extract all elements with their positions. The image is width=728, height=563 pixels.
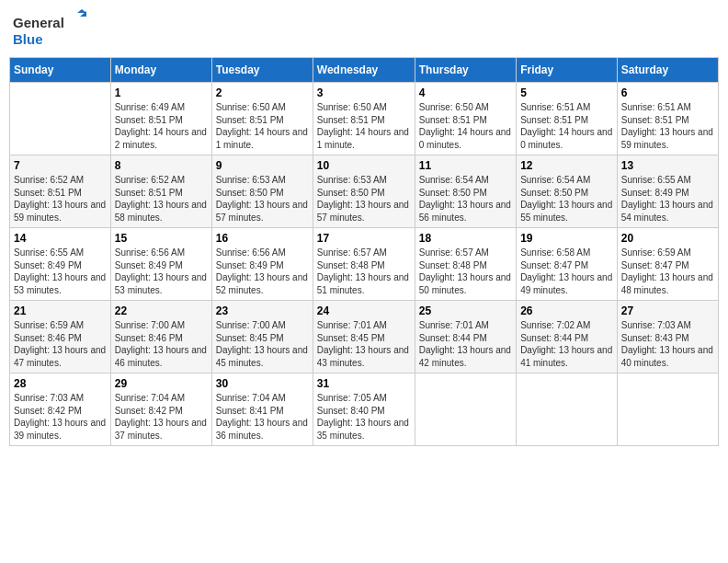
calendar-cell: 3Sunrise: 6:50 AMSunset: 8:51 PMDaylight… <box>313 83 415 155</box>
column-header-wednesday: Wednesday <box>313 58 415 83</box>
day-number: 8 <box>115 159 208 172</box>
svg-text:Blue: Blue <box>13 31 43 47</box>
day-number: 2 <box>216 86 309 99</box>
day-number: 6 <box>621 86 714 99</box>
cell-info: Sunrise: 6:55 AMSunset: 8:49 PMDaylight:… <box>14 247 107 296</box>
calendar-cell: 11Sunrise: 6:54 AMSunset: 8:50 PMDayligh… <box>415 155 516 228</box>
cell-info: Sunrise: 6:59 AMSunset: 8:47 PMDaylight:… <box>621 247 714 296</box>
cell-info: Sunrise: 6:55 AMSunset: 8:49 PMDaylight:… <box>621 174 714 224</box>
day-number: 30 <box>216 377 309 390</box>
column-header-saturday: Saturday <box>617 58 718 83</box>
day-number: 4 <box>419 86 512 99</box>
day-number: 12 <box>520 159 613 172</box>
calendar-cell: 20Sunrise: 6:59 AMSunset: 8:47 PMDayligh… <box>617 228 718 301</box>
cell-info: Sunrise: 6:54 AMSunset: 8:50 PMDaylight:… <box>520 174 613 224</box>
calendar-cell: 4Sunrise: 6:50 AMSunset: 8:51 PMDaylight… <box>415 83 516 155</box>
calendar-cell: 30Sunrise: 7:04 AMSunset: 8:41 PMDayligh… <box>211 373 313 446</box>
cell-info: Sunrise: 6:50 AMSunset: 8:51 PMDaylight:… <box>419 101 512 151</box>
cell-info: Sunrise: 7:04 AMSunset: 8:41 PMDaylight:… <box>216 392 309 442</box>
day-number: 15 <box>115 232 208 245</box>
column-header-tuesday: Tuesday <box>211 58 313 83</box>
cell-info: Sunrise: 6:57 AMSunset: 8:48 PMDaylight:… <box>317 247 411 296</box>
calendar-cell: 27Sunrise: 7:03 AMSunset: 8:43 PMDayligh… <box>617 301 718 373</box>
calendar-cell <box>517 373 618 446</box>
cell-info: Sunrise: 7:02 AMSunset: 8:44 PMDaylight:… <box>520 319 613 369</box>
cell-info: Sunrise: 7:03 AMSunset: 8:43 PMDaylight:… <box>621 319 714 369</box>
day-number: 21 <box>14 304 107 317</box>
cell-info: Sunrise: 7:03 AMSunset: 8:42 PMDaylight:… <box>14 392 107 442</box>
logo: General Blue <box>13 9 86 50</box>
day-number: 24 <box>317 304 411 317</box>
calendar-cell: 26Sunrise: 7:02 AMSunset: 8:44 PMDayligh… <box>517 301 618 373</box>
calendar-cell: 22Sunrise: 7:00 AMSunset: 8:46 PMDayligh… <box>110 301 211 373</box>
cell-info: Sunrise: 6:52 AMSunset: 8:51 PMDaylight:… <box>115 174 208 224</box>
day-number: 13 <box>621 159 714 172</box>
day-number: 16 <box>216 232 309 245</box>
calendar-cell: 15Sunrise: 6:56 AMSunset: 8:49 PMDayligh… <box>110 228 211 301</box>
calendar-cell: 5Sunrise: 6:51 AMSunset: 8:51 PMDaylight… <box>517 83 618 155</box>
cell-info: Sunrise: 6:58 AMSunset: 8:47 PMDaylight:… <box>520 247 613 296</box>
day-number: 25 <box>419 304 512 317</box>
calendar-cell: 12Sunrise: 6:54 AMSunset: 8:50 PMDayligh… <box>517 155 618 228</box>
calendar-week-5: 28Sunrise: 7:03 AMSunset: 8:42 PMDayligh… <box>10 373 719 446</box>
calendar-cell: 17Sunrise: 6:57 AMSunset: 8:48 PMDayligh… <box>313 228 415 301</box>
cell-info: Sunrise: 6:50 AMSunset: 8:51 PMDaylight:… <box>216 101 309 151</box>
calendar-cell: 7Sunrise: 6:52 AMSunset: 8:51 PMDaylight… <box>10 155 111 228</box>
cell-info: Sunrise: 6:59 AMSunset: 8:46 PMDaylight:… <box>14 319 107 369</box>
cell-info: Sunrise: 6:56 AMSunset: 8:49 PMDaylight:… <box>115 247 208 296</box>
calendar-cell: 25Sunrise: 7:01 AMSunset: 8:44 PMDayligh… <box>415 301 516 373</box>
calendar-cell: 16Sunrise: 6:56 AMSunset: 8:49 PMDayligh… <box>211 228 313 301</box>
calendar-cell: 21Sunrise: 6:59 AMSunset: 8:46 PMDayligh… <box>10 301 111 373</box>
day-number: 11 <box>419 159 512 172</box>
day-number: 9 <box>216 159 309 172</box>
cell-info: Sunrise: 7:05 AMSunset: 8:40 PMDaylight:… <box>317 392 411 442</box>
calendar-cell: 29Sunrise: 7:04 AMSunset: 8:42 PMDayligh… <box>110 373 211 446</box>
cell-info: Sunrise: 6:51 AMSunset: 8:51 PMDaylight:… <box>520 101 613 151</box>
day-number: 10 <box>317 159 411 172</box>
calendar-cell <box>415 373 516 446</box>
calendar-cell: 24Sunrise: 7:01 AMSunset: 8:45 PMDayligh… <box>313 301 415 373</box>
calendar-week-1: 1Sunrise: 6:49 AMSunset: 8:51 PMDaylight… <box>10 83 719 155</box>
calendar-cell: 1Sunrise: 6:49 AMSunset: 8:51 PMDaylight… <box>110 83 211 155</box>
cell-info: Sunrise: 6:51 AMSunset: 8:51 PMDaylight:… <box>621 101 714 151</box>
cell-info: Sunrise: 7:00 AMSunset: 8:46 PMDaylight:… <box>115 319 208 369</box>
cell-info: Sunrise: 6:53 AMSunset: 8:50 PMDaylight:… <box>216 174 309 224</box>
calendar-cell: 10Sunrise: 6:53 AMSunset: 8:50 PMDayligh… <box>313 155 415 228</box>
cell-info: Sunrise: 7:01 AMSunset: 8:45 PMDaylight:… <box>317 319 411 369</box>
day-number: 1 <box>115 86 208 99</box>
svg-text:General: General <box>13 15 64 30</box>
cell-info: Sunrise: 6:57 AMSunset: 8:48 PMDaylight:… <box>419 247 512 296</box>
page-header: General Blue <box>9 9 719 50</box>
calendar-week-2: 7Sunrise: 6:52 AMSunset: 8:51 PMDaylight… <box>10 155 719 228</box>
day-number: 3 <box>317 86 411 99</box>
column-header-friday: Friday <box>517 58 618 83</box>
calendar-cell <box>617 373 718 446</box>
calendar-cell: 9Sunrise: 6:53 AMSunset: 8:50 PMDaylight… <box>211 155 313 228</box>
day-number: 20 <box>621 232 714 245</box>
cell-info: Sunrise: 6:50 AMSunset: 8:51 PMDaylight:… <box>317 101 411 151</box>
cell-info: Sunrise: 6:53 AMSunset: 8:50 PMDaylight:… <box>317 174 411 224</box>
calendar-week-4: 21Sunrise: 6:59 AMSunset: 8:46 PMDayligh… <box>10 301 719 373</box>
day-number: 23 <box>216 304 309 317</box>
day-number: 31 <box>317 377 411 390</box>
day-number: 27 <box>621 304 714 317</box>
calendar-cell: 8Sunrise: 6:52 AMSunset: 8:51 PMDaylight… <box>110 155 211 228</box>
day-number: 7 <box>14 159 107 172</box>
day-number: 29 <box>115 377 208 390</box>
day-number: 19 <box>520 232 613 245</box>
day-number: 26 <box>520 304 613 317</box>
calendar-cell: 13Sunrise: 6:55 AMSunset: 8:49 PMDayligh… <box>617 155 718 228</box>
calendar-cell: 23Sunrise: 7:00 AMSunset: 8:45 PMDayligh… <box>211 301 313 373</box>
day-number: 5 <box>520 86 613 99</box>
calendar-cell: 19Sunrise: 6:58 AMSunset: 8:47 PMDayligh… <box>517 228 618 301</box>
calendar-cell: 14Sunrise: 6:55 AMSunset: 8:49 PMDayligh… <box>10 228 111 301</box>
calendar-cell: 2Sunrise: 6:50 AMSunset: 8:51 PMDaylight… <box>211 83 313 155</box>
calendar-cell <box>10 83 111 155</box>
calendar-cell: 28Sunrise: 7:03 AMSunset: 8:42 PMDayligh… <box>10 373 111 446</box>
cell-info: Sunrise: 6:49 AMSunset: 8:51 PMDaylight:… <box>115 101 208 151</box>
calendar-week-3: 14Sunrise: 6:55 AMSunset: 8:49 PMDayligh… <box>10 228 719 301</box>
logo-svg: General Blue <box>13 9 86 50</box>
day-number: 28 <box>14 377 107 390</box>
calendar-cell: 31Sunrise: 7:05 AMSunset: 8:40 PMDayligh… <box>313 373 415 446</box>
calendar-table: SundayMondayTuesdayWednesdayThursdayFrid… <box>9 57 719 446</box>
